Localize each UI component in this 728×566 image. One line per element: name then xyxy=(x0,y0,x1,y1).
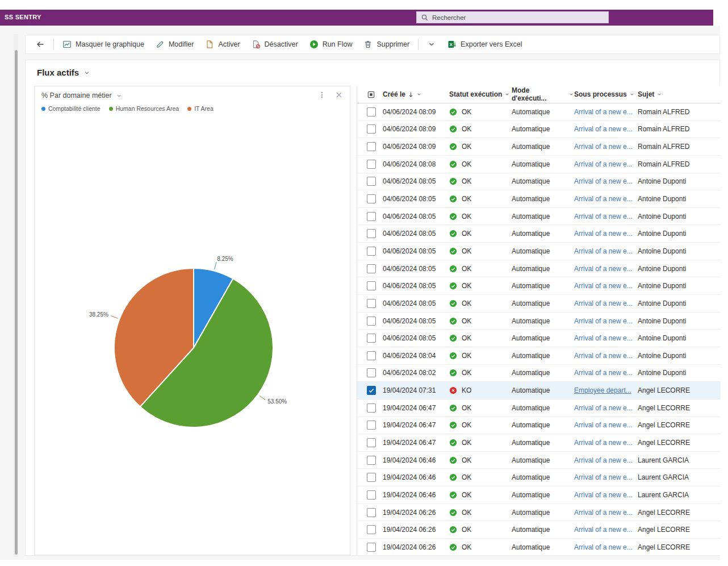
row-checkbox[interactable] xyxy=(367,456,376,465)
supprimer-button[interactable]: Supprimer xyxy=(358,37,415,52)
masquer-le-graphique-button[interactable]: Masquer le graphique xyxy=(57,37,150,52)
table-row[interactable]: 04/06/2024 08:05OKAutomatiqueArrival of … xyxy=(357,190,721,208)
row-checkbox[interactable] xyxy=(367,543,376,552)
column-header-created[interactable]: Créé le xyxy=(383,90,449,98)
row-checkbox[interactable] xyxy=(367,351,376,360)
process-link[interactable]: Arrival of a new e... xyxy=(574,473,633,481)
process-link[interactable]: Arrival of a new e... xyxy=(574,334,633,342)
row-checkbox[interactable] xyxy=(367,421,376,430)
process-link[interactable]: Arrival of a new e... xyxy=(574,439,633,447)
table-row[interactable]: 04/06/2024 08:05OKAutomatiqueArrival of … xyxy=(357,277,721,295)
run-flow-button[interactable]: Run Flow xyxy=(304,37,358,52)
table-row[interactable]: 19/04/2024 06:46OKAutomatiqueArrival of … xyxy=(357,469,721,486)
table-row[interactable]: 19/04/2024 06:46OKAutomatiqueArrival of … xyxy=(357,486,721,504)
row-checkbox[interactable] xyxy=(367,177,376,186)
process-link[interactable]: Arrival of a new e... xyxy=(574,299,633,307)
row-checkbox[interactable] xyxy=(367,212,376,221)
process-link[interactable]: Employee depart... xyxy=(574,386,631,394)
column-header-subject[interactable]: Sujet xyxy=(638,90,721,98)
column-header-status[interactable]: Statut exécution xyxy=(449,90,512,98)
row-checkbox[interactable] xyxy=(367,525,376,534)
table-row[interactable]: 19/04/2024 06:46OKAutomatiqueArrival of … xyxy=(357,452,721,469)
table-row[interactable]: 19/04/2024 07:31KOAutomatiqueEmployee de… xyxy=(357,382,721,399)
row-checkbox[interactable] xyxy=(367,334,376,343)
process-link[interactable]: Arrival of a new e... xyxy=(574,143,633,151)
cell-status: OK xyxy=(449,230,512,238)
search-input[interactable] xyxy=(432,14,604,21)
table-row[interactable]: 19/04/2024 06:26OKAutomatiqueArrival of … xyxy=(357,521,721,539)
modifier-button[interactable]: Modifier xyxy=(150,37,199,52)
back-button[interactable] xyxy=(30,37,51,52)
table-row[interactable]: 04/06/2024 08:05OKAutomatiqueArrival of … xyxy=(357,225,721,243)
process-link[interactable]: Arrival of a new e... xyxy=(574,125,633,133)
table-row[interactable]: 04/06/2024 08:09OKAutomatiqueArrival of … xyxy=(357,103,721,121)
exporter-vers-excel-button[interactable]: XExporter vers Excel xyxy=(442,37,528,52)
table-row[interactable]: 04/06/2024 08:05OKAutomatiqueArrival of … xyxy=(357,295,721,313)
process-link[interactable]: Arrival of a new e... xyxy=(574,213,633,220)
table-row[interactable]: 04/06/2024 08:05OKAutomatiqueArrival of … xyxy=(357,330,721,347)
row-checkbox[interactable] xyxy=(367,124,376,134)
process-link[interactable]: Arrival of a new e... xyxy=(574,195,633,203)
row-checkbox[interactable] xyxy=(367,490,376,500)
table-row[interactable]: 04/06/2024 08:08OKAutomatiqueArrival of … xyxy=(357,156,721,173)
row-checkbox[interactable] xyxy=(367,229,376,238)
process-link[interactable]: Arrival of a new e... xyxy=(574,177,633,185)
process-link[interactable]: Arrival of a new e... xyxy=(574,247,633,255)
process-link[interactable]: Arrival of a new e... xyxy=(574,108,633,116)
table-row[interactable]: 04/06/2024 08:05OKAutomatiqueArrival of … xyxy=(357,173,721,191)
process-link[interactable]: Arrival of a new e... xyxy=(574,265,633,273)
row-checkbox[interactable] xyxy=(367,317,376,326)
row-checkbox[interactable] xyxy=(367,142,376,151)
row-checkbox[interactable] xyxy=(367,473,376,482)
select-all-icon[interactable] xyxy=(367,90,375,99)
row-checkbox[interactable] xyxy=(367,386,376,395)
table-row[interactable]: 19/04/2024 06:47OKAutomatiqueArrival of … xyxy=(357,417,721,435)
process-link[interactable]: Arrival of a new e... xyxy=(574,491,633,499)
more-commands-button[interactable] xyxy=(421,37,442,52)
process-link[interactable]: Arrival of a new e... xyxy=(574,282,633,290)
process-link[interactable]: Arrival of a new e... xyxy=(574,526,633,534)
row-checkbox[interactable] xyxy=(367,264,376,273)
cell-subject: Angel LECORRE xyxy=(638,543,721,551)
table-row[interactable]: 19/04/2024 06:26OKAutomatiqueArrival of … xyxy=(357,539,721,555)
process-link[interactable]: Arrival of a new e... xyxy=(574,543,633,551)
column-header-mode[interactable]: Mode d'exécuti... xyxy=(512,86,574,102)
table-row[interactable]: 04/06/2024 08:05OKAutomatiqueArrival of … xyxy=(357,313,721,330)
table-row[interactable]: 19/04/2024 06:47OKAutomatiqueArrival of … xyxy=(357,434,721,452)
left-scrollbar[interactable] xyxy=(15,50,18,555)
activer-button[interactable]: Activer xyxy=(199,37,245,52)
row-checkbox[interactable] xyxy=(367,508,376,517)
table-row[interactable]: 04/06/2024 08:02OKAutomatiqueArrival of … xyxy=(357,365,721,382)
column-header-process[interactable]: Sous processus xyxy=(574,90,638,98)
row-checkbox[interactable] xyxy=(367,438,376,447)
row-checkbox[interactable] xyxy=(367,107,376,116)
view-selector[interactable]: Flux actifs xyxy=(37,68,90,77)
table-row[interactable]: 04/06/2024 08:05OKAutomatiqueArrival of … xyxy=(357,260,721,278)
process-link[interactable]: Arrival of a new e... xyxy=(574,317,633,325)
row-checkbox[interactable] xyxy=(367,299,376,308)
table-row[interactable]: 04/06/2024 08:04OKAutomatiqueArrival of … xyxy=(357,347,721,365)
process-link[interactable]: Arrival of a new e... xyxy=(574,369,633,377)
table-row[interactable]: 04/06/2024 08:05OKAutomatiqueArrival of … xyxy=(357,243,721,260)
process-link[interactable]: Arrival of a new e... xyxy=(574,160,633,168)
global-search[interactable] xyxy=(416,11,609,23)
row-checkbox[interactable] xyxy=(367,160,376,169)
cell-mode: Automatique xyxy=(512,317,574,325)
process-link[interactable]: Arrival of a new e... xyxy=(574,404,633,412)
process-link[interactable]: Arrival of a new e... xyxy=(574,509,633,517)
table-row[interactable]: 19/04/2024 06:47OKAutomatiqueArrival of … xyxy=(357,399,721,417)
row-checkbox[interactable] xyxy=(367,281,376,290)
table-row[interactable]: 04/06/2024 08:09OKAutomatiqueArrival of … xyxy=(357,138,721,156)
process-link[interactable]: Arrival of a new e... xyxy=(574,421,633,429)
row-checkbox[interactable] xyxy=(367,403,376,413)
desactiver-button[interactable]: Désactiver xyxy=(246,37,304,52)
row-checkbox[interactable] xyxy=(367,247,376,256)
process-link[interactable]: Arrival of a new e... xyxy=(574,352,633,360)
row-checkbox[interactable] xyxy=(367,194,376,203)
table-row[interactable]: 04/06/2024 08:09OKAutomatiqueArrival of … xyxy=(357,121,721,139)
process-link[interactable]: Arrival of a new e... xyxy=(574,456,633,464)
row-checkbox[interactable] xyxy=(367,368,376,377)
process-link[interactable]: Arrival of a new e... xyxy=(574,230,633,238)
table-row[interactable]: 04/06/2024 08:05OKAutomatiqueArrival of … xyxy=(357,208,721,226)
table-row[interactable]: 19/04/2024 06:26OKAutomatiqueArrival of … xyxy=(357,504,721,522)
